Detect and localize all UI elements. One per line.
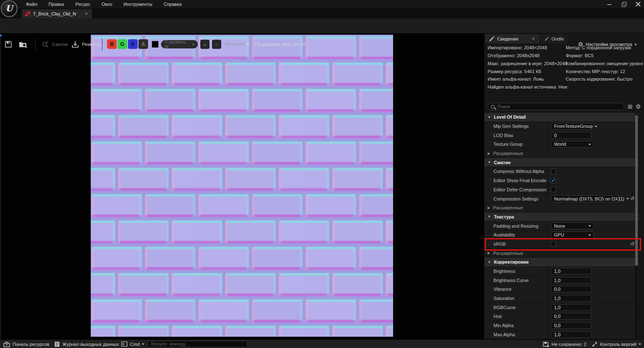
grid-view-icon[interactable]: ⊞	[628, 103, 633, 110]
close-icon[interactable]	[636, 2, 641, 7]
availability-dropdown[interactable]: GPU▾	[551, 231, 594, 239]
brightness-curve-input[interactable]: 1,0	[551, 277, 591, 284]
channel-green-button[interactable]: G	[118, 39, 127, 49]
menu-asset[interactable]: Ресурс	[70, 0, 95, 8]
compress-without-alpha-checkbox[interactable]	[551, 169, 556, 174]
panel-scrollbar-track[interactable]	[635, 113, 638, 339]
row-max-alpha: Max Alpha 1,0	[484, 330, 639, 340]
menu-tools[interactable]: Инструменты	[119, 0, 158, 8]
panel-scrollbar-thumb[interactable]	[635, 115, 638, 266]
reimport-button[interactable]: Реимпорт	[71, 39, 103, 49]
category-adjustments[interactable]: ▼ Корректировки	[484, 258, 639, 267]
tab-strip: T_Brick_Clay_Old_N ×	[0, 8, 644, 18]
chevron-down-icon: ▾	[595, 124, 598, 128]
row-saturation: Saturation 1,0	[484, 294, 639, 303]
advanced-lod[interactable]: ▶ Расширенные	[484, 149, 639, 158]
chevron-down-icon: ▾	[626, 197, 629, 201]
row-texture-group: Texture Group World▾	[484, 140, 639, 149]
advanced-compression[interactable]: ▶ Расширенные	[484, 203, 639, 213]
menu-window[interactable]: Окно	[97, 0, 118, 8]
unsaved-save-icon	[543, 341, 549, 347]
tab-close-icon[interactable]: ×	[84, 11, 89, 17]
brightness-input[interactable]: 1,0	[551, 268, 591, 274]
channel-red-button[interactable]: R	[107, 39, 117, 49]
search-input[interactable]	[497, 104, 621, 109]
minimize-icon[interactable]	[607, 2, 612, 7]
category-compression[interactable]: ▼ Сжатие	[484, 158, 639, 167]
editor-show-final-encode-checkbox[interactable]	[551, 178, 556, 183]
reset-to-default-icon[interactable]	[630, 196, 634, 201]
info-encode: Скорость кодирования: быстро	[566, 76, 643, 81]
mip-plus-button[interactable]: +	[200, 40, 210, 49]
collapsed-arrow-icon: ▶	[488, 206, 490, 210]
search-row: ⊞ ⚙	[484, 102, 644, 112]
settings-gear-icon[interactable]: ⚙	[636, 103, 641, 110]
chevron-down-icon: ▾	[588, 233, 591, 237]
channel-blue-button[interactable]: B	[128, 39, 138, 49]
srgb-checkbox[interactable]	[551, 241, 556, 246]
texture-editor-toolbar: Сжатие Реимпорт R G B A 0 уровень M▾ + −…	[0, 18, 644, 33]
tab-details[interactable]: Сведения ×	[485, 34, 539, 43]
save-icon	[4, 40, 13, 48]
toolbar-separator	[35, 38, 36, 50]
search-icon	[491, 105, 495, 109]
unsaved-button[interactable]: Не сохранено: 2	[543, 340, 586, 348]
menu-help[interactable]: Справка	[158, 0, 187, 8]
lod-bias-input[interactable]: 0	[551, 132, 591, 139]
expanded-arrow-icon: ▼	[488, 115, 491, 119]
min-alpha-input[interactable]: 0,0	[551, 322, 591, 329]
zoom-dot-icon[interactable]	[247, 43, 249, 45]
asset-tab[interactable]: T_Brick_Clay_Old_N ×	[22, 9, 92, 18]
tab-oodle[interactable]: Oodle	[541, 34, 567, 43]
cmd-dropdown[interactable]: Cmd ▾	[121, 340, 144, 348]
save-button[interactable]	[4, 39, 13, 49]
search-box[interactable]	[487, 103, 624, 110]
row-srgb: sRGB	[484, 240, 639, 249]
view-settings-dropdown[interactable]: ⚙ Настройки просмотра ▾	[578, 40, 636, 48]
mip-gen-settings-dropdown[interactable]: FromTextureGroup▾	[551, 123, 594, 130]
browse-to-asset-button[interactable]	[18, 39, 28, 49]
chevron-down-icon: ▾	[634, 43, 637, 46]
compress-button[interactable]: Сжатие	[42, 39, 68, 49]
rgbcurve-input[interactable]: 1,0	[551, 304, 591, 311]
mip-level-dropdown[interactable]: 0 уровень M▾	[161, 40, 198, 48]
content-drawer-icon	[3, 341, 10, 347]
channel-alpha-button[interactable]: A	[138, 39, 148, 49]
tab-close-icon[interactable]: ×	[531, 36, 536, 42]
padding-resizing-dropdown[interactable]: None▾	[551, 222, 594, 229]
mip-minus-button[interactable]: −	[212, 40, 221, 49]
pencil-icon	[544, 36, 549, 42]
revision-control-icon	[592, 341, 598, 347]
pencil-icon	[489, 36, 494, 42]
zoom-mode-dropdown[interactable]: По размеру окна (44 %)▾	[255, 40, 310, 48]
saturation-input[interactable]: 1,0	[551, 295, 591, 302]
hue-input[interactable]: 0,0	[551, 313, 591, 320]
background-color-swatch[interactable]	[152, 41, 158, 48]
compress-icon	[42, 41, 49, 48]
advanced-texture[interactable]: ▶ Расширенные	[484, 249, 639, 258]
revision-control-dropdown[interactable]: Контроль версий ▾	[592, 340, 641, 348]
menu-file[interactable]: Файл	[21, 0, 42, 8]
row-mip-gen-settings: Mip Gen Settings FromTextureGroup▾	[484, 122, 639, 131]
row-compress-without-alpha: Compress Without Alpha	[484, 167, 639, 176]
compression-settings-dropdown[interactable]: Normalmap (DXT5, BC5 on DX11)▾	[551, 195, 620, 202]
category-level-of-detail[interactable]: ▼ Level Of Detail	[484, 113, 639, 122]
texture-viewport[interactable]	[0, 33, 484, 339]
row-padding-and-resizing: Padding and Resizing None▾	[484, 221, 639, 231]
console-command-input[interactable]	[148, 341, 247, 347]
tab-oodle-label: Oodle	[552, 36, 564, 41]
reset-to-default-icon[interactable]	[630, 241, 634, 247]
restore-icon[interactable]	[621, 2, 626, 7]
output-log-button[interactable]: Журнал выходных данных	[54, 340, 119, 348]
content-drawer-button[interactable]: Панель ресурсов	[3, 340, 49, 348]
info-mips: Количество MIP-текстур: 12	[566, 69, 643, 74]
unreal-logo-icon[interactable]: U	[1, 0, 18, 17]
texture-asset-icon	[25, 11, 30, 16]
expanded-arrow-icon: ▼	[488, 215, 491, 218]
category-texture[interactable]: ▼ Текстура	[484, 213, 639, 222]
editor-defer-compression-checkbox[interactable]	[551, 187, 556, 192]
texture-group-dropdown[interactable]: World▾	[551, 141, 594, 148]
menu-edit[interactable]: Правка	[43, 0, 69, 8]
max-alpha-input[interactable]: 1,0	[551, 331, 591, 338]
vibrance-input[interactable]: 0,0	[551, 286, 591, 292]
